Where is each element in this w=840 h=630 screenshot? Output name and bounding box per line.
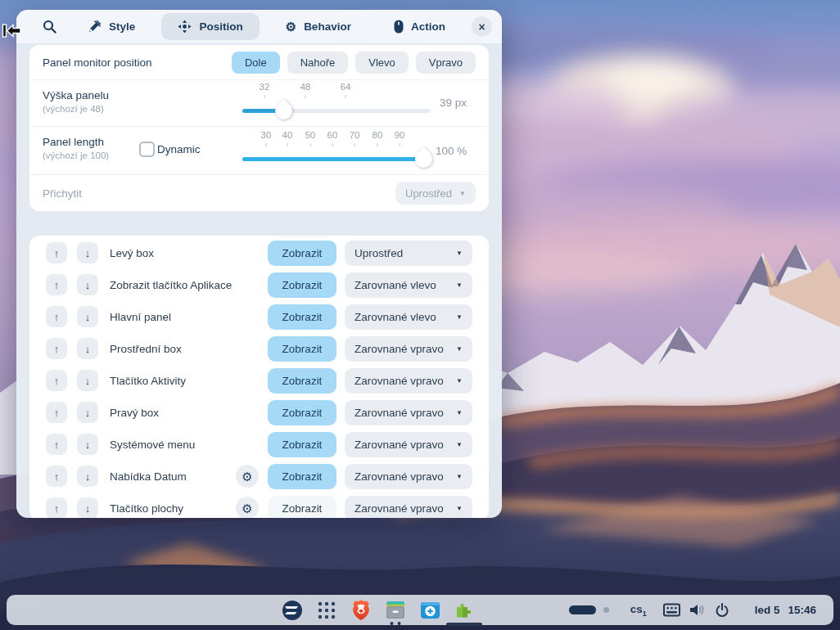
file-manager-launcher[interactable] [385, 600, 406, 621]
chevron-down-icon: ▼ [456, 409, 463, 416]
brave-browser-icon [351, 599, 371, 621]
volume-button[interactable] [689, 603, 706, 617]
chevron-down-icon: ▼ [456, 505, 463, 512]
workspace-inactive-dot[interactable] [603, 607, 609, 613]
move-up-button[interactable]: ↑ [46, 466, 67, 487]
anchor-label: Přichytit [43, 187, 82, 200]
move-up-button[interactable]: ↑ [46, 497, 67, 518]
row-right-box: ↑ ↓ Pravý box Zobrazit Zarovnané vpravo … [29, 398, 489, 430]
slider-thumb[interactable] [272, 99, 296, 124]
alignment-dropdown[interactable]: Zarovnané vpravo ▼ [345, 400, 472, 425]
element-label: Prostřední box [110, 335, 182, 362]
element-settings-button[interactable]: ⚙ [236, 497, 259, 518]
position-option-left[interactable]: Vlevo [355, 52, 409, 74]
zen-browser-launcher[interactable] [282, 600, 303, 621]
alignment-dropdown[interactable]: Zarovnané vpravo ▼ [345, 368, 472, 394]
alignment-value: Zarovnané vpravo [355, 502, 444, 515]
arrow-up-icon: ↑ [54, 375, 60, 387]
arrow-up-icon: ↑ [54, 439, 60, 451]
row-left-box: ↑ ↓ Levý box Zobrazit Uprostřed ▼ [29, 239, 489, 271]
alignment-dropdown[interactable]: Zarovnané vlevo ▼ [345, 272, 472, 298]
move-up-button[interactable]: ↑ [46, 434, 67, 455]
alignment-dropdown[interactable]: Zarovnané vpravo ▼ [345, 432, 472, 457]
workspace-indicator[interactable] [569, 605, 609, 614]
move-down-button[interactable]: ↓ [77, 306, 98, 327]
alignment-value: Zarovnané vlevo [355, 279, 436, 291]
visibility-button[interactable]: Zobrazit [268, 432, 336, 457]
move-down-button[interactable]: ↓ [77, 242, 98, 263]
panel-height-value: 39 px [440, 97, 467, 109]
chevron-down-icon: ▼ [456, 281, 463, 289]
visibility-button[interactable]: Zobrazit [268, 496, 336, 518]
arrow-down-icon: ↓ [85, 343, 91, 355]
dynamic-checkbox[interactable] [139, 142, 155, 157]
app-grid-button[interactable] [316, 600, 337, 621]
panel-height-slider[interactable]: 32 48 64 [242, 94, 431, 119]
arrow-down-icon: ↓ [85, 502, 91, 515]
keyboard-osk-button[interactable] [663, 603, 680, 617]
move-down-button[interactable]: ↓ [77, 274, 98, 295]
move-up-button[interactable]: ↑ [46, 306, 67, 327]
tab-style[interactable]: Style [71, 13, 151, 40]
move-up-button[interactable]: ↑ [46, 338, 67, 359]
visibility-button[interactable]: Zobrazit [268, 272, 336, 298]
alignment-dropdown[interactable]: Zarovnané vlevo ▼ [345, 304, 472, 330]
extensions-app-launcher[interactable] [454, 600, 475, 621]
visibility-button[interactable]: Zobrazit [268, 400, 336, 425]
move-down-button[interactable]: ↓ [77, 370, 98, 391]
taskbar-apps [282, 595, 475, 625]
row-date-menu: ↑ ↓ Nabídka Datum ⚙ Zobrazit Zarovnané v… [29, 462, 489, 494]
slider-track[interactable] [242, 109, 431, 113]
boxes-app-launcher[interactable] [419, 600, 440, 621]
monitor-position-row: Panel monitor position Dole Nahoře Vlevo… [29, 45, 489, 80]
row-system-menu: ↑ ↓ Systémové menu Zobrazit Zarovnané vp… [29, 430, 489, 462]
element-label: Pravý box [110, 398, 159, 426]
panel-length-value: 100 % [436, 145, 467, 157]
panel-length-slider[interactable]: 30 40 50 60 70 80 90 [242, 142, 431, 167]
position-option-top[interactable]: Nahoře [287, 52, 349, 74]
move-up-button[interactable]: ↑ [46, 370, 67, 391]
mouse-icon [394, 20, 404, 34]
move-up-button[interactable]: ↑ [46, 274, 67, 295]
keyboard-layout-indicator[interactable]: cs1 [630, 603, 647, 618]
focused-window-indicator [446, 623, 482, 626]
position-option-bottom[interactable]: Dole [232, 52, 280, 74]
slider-fill [242, 157, 423, 161]
tab-position[interactable]: Position [161, 13, 259, 40]
search-button[interactable] [38, 13, 61, 40]
visibility-button[interactable]: Zobrazit [268, 368, 336, 394]
move-down-button[interactable]: ↓ [77, 402, 98, 423]
position-icon [178, 20, 192, 34]
brave-browser-launcher[interactable] [350, 600, 372, 621]
close-button[interactable]: × [472, 16, 492, 37]
anchor-dropdown[interactable]: Uprostřed ▼ [395, 182, 476, 205]
tick-label: 48 [300, 82, 311, 92]
visibility-button[interactable]: Zobrazit [268, 336, 336, 362]
move-down-button[interactable]: ↓ [77, 466, 98, 487]
move-down-button[interactable]: ↓ [77, 497, 98, 518]
move-down-button[interactable]: ↓ [77, 338, 98, 359]
clock-date-menu[interactable]: led 5 15:46 [755, 604, 816, 616]
alignment-dropdown[interactable]: Zarovnané vpravo ▼ [345, 464, 472, 489]
element-settings-button[interactable]: ⚙ [236, 465, 259, 488]
position-option-right[interactable]: Vpravo [416, 52, 476, 74]
tick-label: 90 [395, 130, 405, 140]
arrow-down-icon: ↓ [85, 311, 91, 323]
visibility-button[interactable]: Zobrazit [268, 464, 336, 489]
alignment-dropdown[interactable]: Zarovnané vpravo ▼ [345, 336, 472, 362]
alignment-dropdown[interactable]: Zarovnané vpravo ▼ [345, 496, 472, 518]
visibility-button[interactable]: Zobrazit [268, 304, 336, 330]
visibility-button[interactable]: Zobrazit [268, 241, 336, 266]
speaker-icon [689, 603, 706, 617]
workspace-active-pill[interactable] [569, 605, 596, 614]
slider-thumb[interactable] [411, 147, 436, 172]
alignment-dropdown[interactable]: Uprostřed ▼ [345, 241, 472, 266]
move-up-button[interactable]: ↑ [46, 242, 67, 263]
move-up-button[interactable]: ↑ [46, 402, 67, 423]
move-down-button[interactable]: ↓ [77, 434, 98, 455]
layout-index: 1 [643, 609, 647, 617]
power-button[interactable] [715, 603, 729, 618]
tab-action[interactable]: Action [377, 13, 462, 40]
tab-behavior[interactable]: ⚙ Behavior [269, 14, 368, 39]
slider-track[interactable] [242, 157, 431, 161]
